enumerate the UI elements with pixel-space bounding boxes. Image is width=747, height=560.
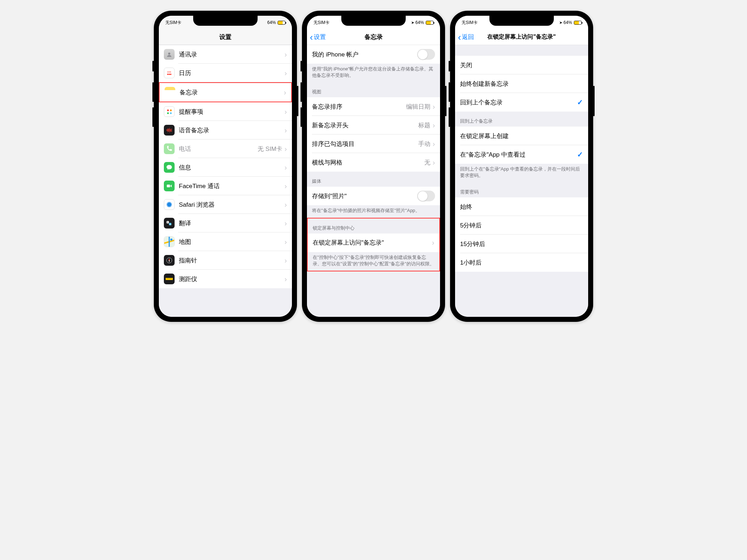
- nav-back-label: 设置: [314, 33, 326, 41]
- row-reminders[interactable]: 提醒事项 ›: [159, 102, 292, 121]
- row-compass[interactable]: 指南针 ›: [159, 251, 292, 270]
- row-label: 指南针: [179, 256, 284, 265]
- row-passcode-15min[interactable]: 15分钟后: [455, 235, 588, 253]
- notch: [193, 16, 258, 26]
- nav-title: 在锁定屏幕上访问"备忘录": [487, 33, 556, 41]
- row-label: 语音备忘录: [179, 126, 284, 134]
- row-notes[interactable]: 备忘录 ›: [160, 83, 291, 102]
- phone-mockup-2: 无SIM卡 ➤ 64% ‹ 设置 备忘录 我的 iPhone 帐户: [302, 11, 445, 322]
- row-passcode-5min[interactable]: 5分钟后: [455, 216, 588, 235]
- svg-point-4: [167, 202, 171, 207]
- voicememo-icon: [164, 125, 175, 136]
- row-mode-off[interactable]: 关闭: [455, 56, 588, 74]
- svg-point-10: [170, 239, 172, 241]
- chevron-right-icon: ›: [284, 108, 287, 116]
- nav-bar: ‹ 设置 备忘录: [307, 29, 440, 45]
- section-footer: 将在"备忘录"中拍摄的照片和视频存储至"照片"App。: [307, 205, 440, 217]
- translate-icon: 文A: [164, 218, 175, 229]
- row-facetime[interactable]: FaceTime 通话 ›: [159, 177, 292, 195]
- chevron-right-icon: ›: [284, 145, 287, 153]
- row-label: 在"备忘录"App 中查看过: [460, 151, 577, 159]
- notes-icon: [165, 87, 175, 98]
- side-button: [301, 107, 302, 127]
- row-mode-resume-last[interactable]: 回到上个备忘录 ✓: [455, 93, 588, 112]
- svg-point-0: [168, 53, 170, 55]
- chevron-left-icon: ‹: [310, 33, 313, 42]
- checkmark-icon: ✓: [577, 150, 583, 159]
- nav-title: 设置: [219, 33, 231, 41]
- reminders-icon: [164, 106, 175, 117]
- side-button: [449, 61, 450, 72]
- row-passcode-1hour[interactable]: 1小时后: [455, 253, 588, 272]
- chevron-right-icon: ›: [284, 69, 287, 77]
- row-detail: 无: [424, 158, 430, 167]
- row-voicememo[interactable]: 语音备忘录 ›: [159, 121, 292, 139]
- measure-icon: [164, 274, 175, 284]
- notch: [489, 16, 554, 26]
- row-passcode-always[interactable]: 始终: [455, 197, 588, 216]
- chevron-right-icon: ›: [284, 238, 287, 246]
- chevron-right-icon: ›: [284, 219, 287, 227]
- calendar-icon: ●●●■■■: [164, 68, 175, 78]
- row-detail: 编辑日期: [406, 103, 430, 111]
- row-measure[interactable]: 测距仪 ›: [159, 270, 292, 288]
- row-label: 横线与网格: [312, 158, 424, 167]
- row-label: 备忘录: [180, 88, 284, 97]
- row-label: 通讯录: [179, 50, 284, 59]
- nav-back-button[interactable]: ‹ 设置: [310, 33, 326, 42]
- chevron-right-icon: ›: [284, 201, 287, 209]
- row-label: 始终创建新备忘录: [460, 80, 583, 88]
- row-messages[interactable]: 信息 ›: [159, 158, 292, 177]
- chevron-right-icon: ›: [433, 158, 435, 167]
- chevron-left-icon: ‹: [458, 33, 461, 42]
- chevron-right-icon: ›: [433, 140, 435, 148]
- highlight-box: 锁定屏幕与控制中心 在锁定屏幕上访问"备忘录" › 在"控制中心"按下"备忘录"…: [307, 218, 440, 271]
- row-maps[interactable]: 地图 ›: [159, 232, 292, 251]
- section-header-media: 媒体: [307, 172, 440, 187]
- row-label: 地图: [179, 238, 284, 246]
- row-label: 1小时后: [460, 259, 583, 267]
- row-safari[interactable]: Safari 浏览器 ›: [159, 195, 292, 214]
- messages-icon: [164, 162, 175, 173]
- row-label: Safari 浏览器: [179, 201, 284, 209]
- section-header-lock: 锁定屏幕与控制中心: [308, 218, 439, 234]
- section-footer: 使用"我的 iPhone"帐户允许您在这台设备上存储备忘录。其他备忘录不受影响。: [307, 64, 440, 82]
- row-resume-viewed-app[interactable]: 在"备忘录"App 中查看过 ✓: [455, 145, 588, 164]
- row-resume-created-lock[interactable]: 在锁定屏幕上创建: [455, 127, 588, 145]
- side-button: [449, 82, 450, 102]
- phone-mockup-1: 无SIM卡 64% 设置 通讯录 ›: [154, 11, 297, 322]
- toggle-switch[interactable]: [417, 191, 435, 201]
- row-label: 回到上个备忘录: [460, 98, 577, 107]
- chevron-right-icon: ›: [433, 103, 435, 111]
- row-label: 翻译: [179, 219, 284, 227]
- section-header-passcode: 需要密码: [455, 182, 588, 197]
- row-access-notes-lock-screen[interactable]: 在锁定屏幕上访问"备忘录" ›: [308, 234, 439, 252]
- row-save-to-photos[interactable]: 存储到"照片": [307, 187, 440, 205]
- row-label: 新备忘录开头: [312, 121, 418, 129]
- row-my-iphone-account[interactable]: 我的 iPhone 帐户: [307, 45, 440, 64]
- toggle-switch[interactable]: [417, 49, 435, 60]
- row-lines-grids[interactable]: 横线与网格 无 ›: [307, 153, 440, 172]
- nav-back-button[interactable]: ‹ 返回: [458, 33, 474, 42]
- row-contacts[interactable]: 通讯录 ›: [159, 45, 292, 64]
- row-sort-checked[interactable]: 排序已勾选项目 手动 ›: [307, 134, 440, 153]
- svg-rect-1: [167, 185, 170, 187]
- side-button: [152, 82, 154, 102]
- battery-percent: 64%: [415, 20, 424, 25]
- row-label: FaceTime 通话: [179, 182, 284, 190]
- nav-title: 备忘录: [365, 33, 383, 41]
- row-translate[interactable]: 文A 翻译 ›: [159, 214, 292, 232]
- row-mode-create-new[interactable]: 始终创建新备忘录: [455, 74, 588, 93]
- chevron-right-icon: ›: [284, 126, 287, 134]
- side-button: [449, 107, 450, 127]
- side-button: [297, 86, 298, 116]
- row-label: 15分钟后: [460, 240, 583, 248]
- chevron-right-icon: ›: [284, 256, 287, 265]
- side-button: [593, 86, 595, 116]
- row-phone[interactable]: 电话 无 SIM卡 ›: [159, 139, 292, 158]
- row-calendar[interactable]: ●●●■■■ 日历 ›: [159, 64, 292, 82]
- row-new-note-start[interactable]: 新备忘录开头 标题 ›: [307, 116, 440, 134]
- row-sort-notes[interactable]: 备忘录排序 编辑日期 ›: [307, 97, 440, 116]
- row-label: 排序已勾选项目: [312, 140, 418, 148]
- battery-icon: [278, 21, 285, 25]
